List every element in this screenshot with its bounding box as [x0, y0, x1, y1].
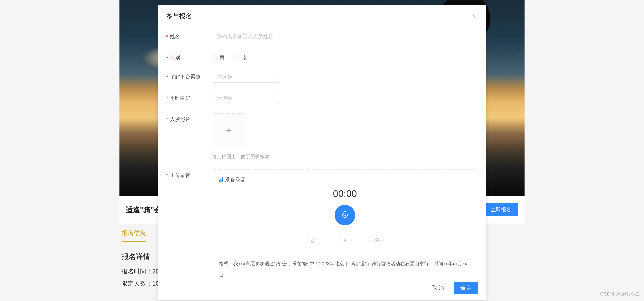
cloud-upload-icon: [374, 237, 380, 243]
audio-format-hint: 格式：我xxx自愿参加适逢"骑"会，乐在"骑"中！2023年北京市"滨水慢行"骑…: [219, 258, 471, 279]
audio-status: 准备录音..: [219, 176, 471, 183]
radio-icon: [212, 55, 217, 61]
record-button[interactable]: [335, 205, 355, 225]
radio-female-label: 女: [242, 54, 248, 61]
label-audio: *上传录音: [166, 169, 212, 179]
svg-rect-0: [344, 211, 346, 216]
radio-male-label: 男: [220, 54, 224, 61]
upload-recording-button[interactable]: [370, 234, 384, 247]
radio-male[interactable]: 男: [212, 54, 224, 61]
modal-title: 参与报名: [166, 12, 192, 21]
audio-timer: 00:00: [219, 188, 471, 199]
confirm-button[interactable]: 确 定: [454, 282, 478, 294]
play-icon: [342, 238, 347, 243]
play-recording-button[interactable]: [338, 234, 352, 247]
svg-marker-3: [344, 239, 346, 242]
face-upload-hint: 请上传图上，便于团长核对: [212, 153, 478, 160]
chevron-down-icon: [271, 75, 275, 79]
modal-overlay: 参与报名 *姓名 *性别 男: [0, 0, 644, 301]
label-gender: *性别: [166, 52, 212, 61]
plus-icon: +: [226, 126, 232, 135]
close-icon: [472, 14, 476, 19]
trash-icon: [310, 237, 316, 243]
audio-recorder: 准备录音.. 00:00: [212, 169, 478, 279]
hobby-select[interactable]: 请选择: [212, 92, 279, 104]
delete-recording-button[interactable]: [306, 234, 320, 247]
microphone-icon: [340, 211, 349, 220]
label-channel: *了解平台渠道: [166, 71, 212, 80]
radio-female[interactable]: 女: [235, 54, 248, 61]
audio-status-text: 准备录音..: [225, 176, 248, 183]
name-input[interactable]: [212, 31, 478, 43]
modal-close-button[interactable]: [470, 13, 478, 19]
face-upload[interactable]: +: [212, 113, 246, 147]
label-name: *姓名: [166, 31, 212, 40]
radio-icon: [235, 55, 240, 61]
label-hobby: *平时爱好: [166, 92, 212, 102]
signup-modal: 参与报名 *姓名 *性别 男: [158, 5, 486, 300]
channel-placeholder: 请选择: [217, 73, 232, 80]
bars-icon: [219, 177, 223, 182]
channel-select[interactable]: 请选择: [212, 71, 279, 83]
chevron-down-icon: [271, 96, 275, 100]
cancel-button[interactable]: 取 消: [426, 282, 450, 294]
label-face: *人脸照片: [166, 113, 212, 123]
hobby-placeholder: 请选择: [217, 95, 232, 102]
